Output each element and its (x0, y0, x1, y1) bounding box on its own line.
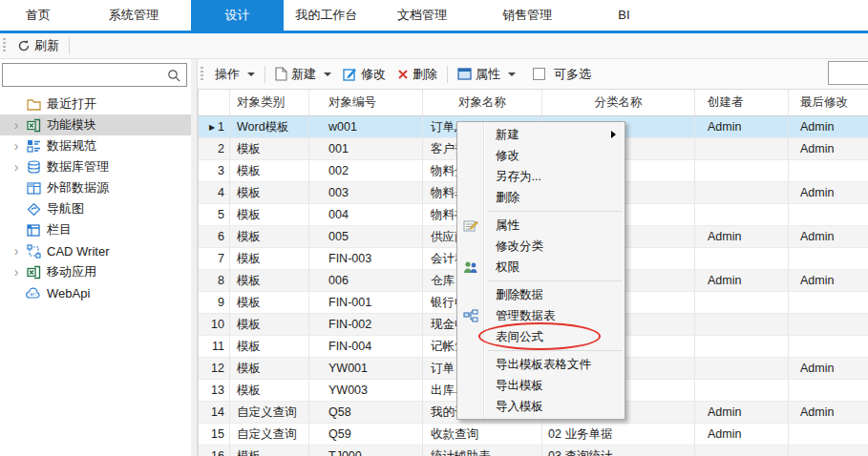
sidebar-tree: 最近打开›功能模块›数据规范›数据库管理外部数据源导航图栏目›CAD Write… (0, 93, 191, 303)
table-cell: 003 (309, 182, 423, 204)
table-cell: Admin (695, 226, 789, 248)
table-cell: FIN-002 (309, 314, 423, 336)
menu-item[interactable]: 导入模板 (457, 396, 625, 417)
menu-item[interactable]: 另存为... (457, 166, 625, 187)
table-cell (695, 138, 789, 160)
table-cell: YW001 (309, 358, 423, 380)
table-cell: 002 (309, 160, 423, 182)
sidebar-item[interactable]: ›数据规范 (0, 135, 191, 156)
tab-4[interactable]: 我的工作台 (284, 0, 370, 31)
operate-button[interactable]: 操作 (209, 63, 261, 86)
sidebar-item[interactable]: APIWebApi (0, 282, 191, 303)
menu-item[interactable]: 修改 (457, 145, 625, 166)
menu-item[interactable]: 管理数据表 (457, 305, 625, 326)
column-header[interactable]: 对象类别 (230, 90, 309, 116)
table-row[interactable]: 15自定义查询Q59收款查询02 业务单据Admin (199, 424, 868, 446)
table-row[interactable]: 16模板TJ000统计辅助表03 查询统计 (199, 446, 868, 456)
menu-item[interactable]: 删除数据 (457, 284, 625, 305)
table-cell (695, 160, 789, 182)
table-cell: YW003 (309, 380, 423, 402)
menu-item[interactable]: 修改分类 (457, 236, 625, 257)
tab-1[interactable]: 首页 (0, 0, 76, 31)
properties-window-icon (457, 68, 472, 80)
refresh-button[interactable]: 刷新 (11, 34, 65, 57)
table-cell (695, 358, 789, 380)
table-cell: 模板 (230, 336, 309, 358)
modify-button[interactable]: 修改 (337, 63, 392, 86)
properties-label: 属性 (476, 66, 500, 83)
tab-3[interactable]: 设计 (191, 0, 284, 31)
grid-filter-input[interactable] (829, 62, 868, 84)
table-cell: FIN-003 (309, 248, 423, 270)
column-section-icon (25, 222, 42, 238)
menu-item[interactable]: 新建 (457, 124, 625, 145)
table-cell (789, 204, 868, 226)
chevron-right-icon[interactable]: › (8, 157, 25, 176)
sidebar-item[interactable]: 栏目 (0, 219, 191, 240)
tab-5[interactable]: 文档管理 (370, 0, 475, 31)
table-cell: Admin (789, 116, 868, 138)
menu-item[interactable]: 删除 (457, 187, 625, 208)
sidebar-splitter[interactable] (191, 59, 198, 456)
column-header[interactable]: 对象编号 (309, 90, 423, 116)
edit-pencil-icon (343, 67, 357, 81)
new-button[interactable]: 新建 (269, 63, 337, 86)
external-data-icon (25, 180, 42, 196)
table-cell: 模板 (230, 160, 309, 182)
selected-row-arrow-icon: ▶ (209, 123, 215, 132)
chevron-right-icon[interactable]: › (8, 262, 25, 281)
table-cell: Admin (789, 270, 868, 292)
sidebar-search-input[interactable] (3, 64, 167, 86)
chevron-down-icon (508, 73, 516, 76)
column-header[interactable]: 分类名称 (542, 90, 695, 116)
table-cell: 16 (199, 446, 230, 456)
menu-item[interactable]: 属性 (457, 215, 625, 236)
menu-item[interactable]: 表间公式 (457, 326, 625, 347)
sidebar-item[interactable]: 最近打开 (0, 93, 191, 114)
new-document-icon (275, 67, 287, 81)
table-cell: FIN-001 (309, 292, 423, 314)
sidebar-item-label: 栏目 (47, 221, 72, 238)
table-cell: 7 (199, 248, 230, 270)
menu-item[interactable]: 权限 (457, 257, 625, 278)
table-cell: 006 (309, 270, 423, 292)
sidebar-item[interactable]: ›功能模块 (0, 114, 191, 135)
tab-6[interactable]: 销售管理 (475, 0, 580, 31)
column-header[interactable]: 创建者 (695, 90, 789, 116)
chevron-right-icon[interactable]: › (8, 136, 25, 155)
sidebar-item[interactable]: ›数据库管理 (0, 156, 191, 177)
sidebar-item[interactable]: ›移动应用 (0, 261, 191, 282)
tab-7[interactable]: BI (580, 0, 668, 31)
properties-button[interactable]: 属性 (452, 63, 521, 86)
checkbox-icon[interactable] (533, 68, 545, 80)
sidebar-item[interactable]: 导航图 (0, 198, 191, 219)
sidebar-item[interactable]: ›CAD Writer (0, 240, 191, 261)
column-header[interactable]: 对象名称 (423, 90, 542, 116)
chevron-right-icon[interactable]: › (8, 241, 25, 260)
tab-2[interactable]: 系统管理 (76, 0, 191, 31)
table-cell: w001 (309, 116, 423, 138)
delete-button[interactable]: 删除 (392, 63, 443, 86)
folder-icon (25, 96, 42, 112)
table-cell: Q59 (309, 424, 423, 446)
column-header[interactable]: 最后修改 (789, 90, 868, 116)
menu-item[interactable]: 导出模板 (457, 375, 625, 396)
refresh-icon (17, 39, 31, 52)
sidebar-item-label: WebApi (47, 286, 90, 301)
table-cell: Admin (789, 138, 868, 160)
table-cell: 统计辅助表 (423, 446, 542, 456)
sidebar-item[interactable]: 外部数据源 (0, 177, 191, 198)
table-cell (695, 336, 789, 358)
chevron-right-icon[interactable]: › (8, 115, 25, 135)
toolbar-grip (3, 38, 6, 53)
sidebar-item-label: 外部数据源 (47, 179, 109, 197)
grid-filter-box (828, 61, 868, 85)
table-cell: Admin (695, 402, 789, 424)
table-cell: 4 (199, 182, 230, 204)
table-cell: Admin (695, 424, 789, 446)
table-cell: TJ000 (309, 446, 423, 456)
menu-separator (457, 347, 625, 354)
sidebar-item-label: 导航图 (47, 200, 84, 218)
multiselect-toggle[interactable]: 可多选 (527, 63, 597, 86)
menu-item[interactable]: 导出模板表格文件 (457, 354, 625, 375)
